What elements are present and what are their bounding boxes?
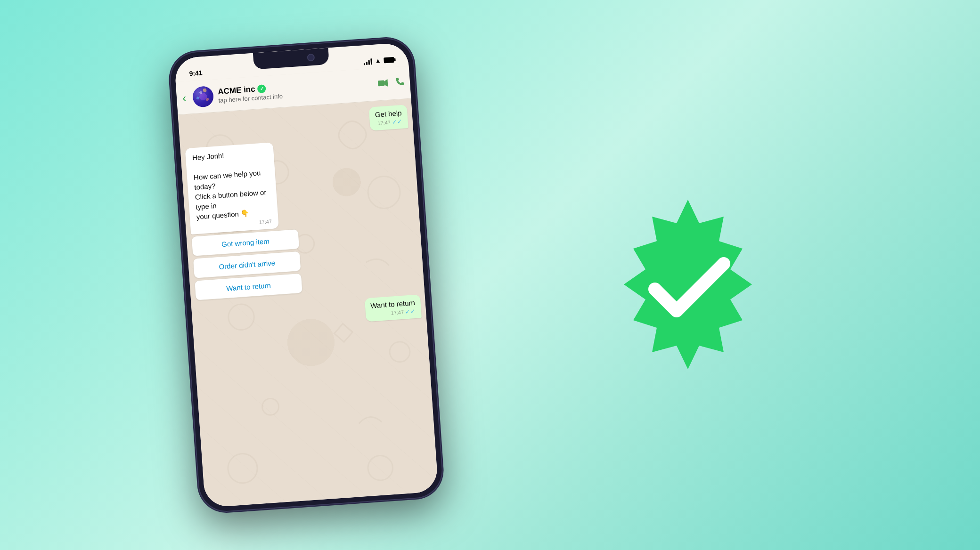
contact-info[interactable]: ACME inc ✓ tap here for contact info bbox=[218, 76, 374, 104]
video-call-icon[interactable] bbox=[377, 78, 389, 89]
phone-screen: 9:41 ▲ ‹ bbox=[174, 42, 438, 508]
power-button bbox=[419, 130, 424, 168]
chat-background: Get help 17:47 ✓✓ Hey Jonh! bbox=[178, 99, 439, 508]
outgoing-bubble: Get help 17:47 ✓✓ bbox=[369, 105, 408, 131]
svg-marker-1 bbox=[384, 79, 388, 87]
badge-svg bbox=[594, 190, 782, 379]
verified-badge-large bbox=[594, 190, 782, 379]
battery-icon bbox=[384, 57, 394, 63]
message-time-last: 17:47 bbox=[391, 309, 404, 315]
avatar bbox=[192, 85, 214, 107]
avatar-image bbox=[192, 85, 214, 107]
incoming-bubble: Hey Jonh! How can we help you today? Cli… bbox=[185, 142, 279, 235]
svg-rect-0 bbox=[378, 80, 385, 86]
status-icons: ▲ bbox=[363, 56, 399, 65]
message-text: Get help bbox=[375, 109, 402, 119]
messages-container: Get help 17:47 ✓✓ Hey Jonh! bbox=[178, 99, 439, 508]
message-want-to-return: Want to return 17:47 ✓✓ bbox=[196, 294, 422, 333]
message-hey-jonh: Hey Jonh! How can we help you today? Cli… bbox=[185, 133, 419, 300]
wifi-icon: ▲ bbox=[375, 57, 381, 65]
camera bbox=[307, 53, 315, 61]
phone-frame: 9:41 ▲ ‹ bbox=[168, 36, 444, 514]
outgoing-bubble-last: Want to return 17:47 ✓✓ bbox=[364, 294, 422, 322]
volume-button bbox=[172, 138, 176, 166]
message-ticks: ✓✓ bbox=[392, 118, 402, 125]
phone-call-icon[interactable] bbox=[395, 77, 405, 89]
back-button[interactable]: ‹ bbox=[182, 91, 188, 105]
verified-badge-small: ✓ bbox=[257, 84, 266, 93]
message-text-incoming: Hey Jonh! How can we help you today? Cli… bbox=[192, 147, 271, 222]
message-time-incoming: 17:47 bbox=[259, 218, 272, 225]
signal-icon bbox=[363, 58, 372, 65]
header-actions bbox=[377, 77, 404, 90]
message-meta: 17:47 ✓✓ bbox=[376, 118, 403, 127]
message-time: 17:47 bbox=[377, 119, 391, 126]
status-time: 9:41 bbox=[184, 69, 203, 78]
message-ticks-last: ✓✓ bbox=[405, 307, 416, 315]
scene: 9:41 ▲ ‹ bbox=[160, 40, 820, 510]
